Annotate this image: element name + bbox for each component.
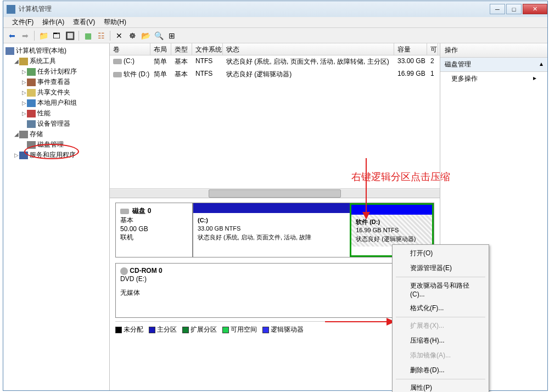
up-button[interactable]: 📁 (38, 30, 49, 41)
tree-users[interactable]: ▷本地用户和组 (21, 98, 107, 108)
tree-storage[interactable]: ◢存储 (13, 129, 107, 139)
volume-icon (113, 72, 122, 77)
toolbar: ⬅ ➡ 📁 🗔 🔲 ▦ ☷ ✕ ☸ 📂 🔍 ⊞ (3, 28, 547, 43)
tree-systools[interactable]: ◢系统工具 (13, 56, 107, 66)
cm-mirror: 添加镜像(A)... (394, 348, 488, 363)
cm-extend: 扩展卷(X)... (394, 318, 488, 333)
maximize-button[interactable]: □ (506, 4, 522, 14)
legend-free-box (222, 327, 229, 333)
table-row[interactable]: 软件 (D:) 简单 基本 NTFS 状态良好 (逻辑驱动器) 16.99 GB… (110, 68, 440, 81)
disk-0-row: 磁盘 0 基本 50.00 GB 联机 (C:) 33.00 GB NTFS 状… (115, 203, 434, 257)
menu-view[interactable]: 查看(V) (69, 16, 99, 28)
tree-panel: 计算机管理(本地) ◢系统工具 ▷任务计划程序 ▷事件查看器 ▷共享文件夹 ▷本… (3, 43, 110, 390)
svg-marker-1 (362, 212, 370, 220)
disk-graphic-area: 磁盘 0 基本 50.00 GB 联机 (C:) 33.00 GB NTFS 状… (110, 198, 440, 390)
menu-file[interactable]: 文件(F) (8, 16, 38, 28)
minimize-button[interactable]: ─ (490, 4, 505, 14)
tree-task[interactable]: ▷任务计划程序 (21, 66, 107, 77)
actions-header: 操作 (440, 43, 547, 58)
back-button[interactable]: ⬅ (7, 30, 18, 41)
close-button[interactable]: ✕ (523, 4, 547, 14)
col-volume[interactable]: 卷 (110, 43, 150, 55)
cm-explorer[interactable]: 资源管理器(E) (394, 261, 488, 276)
tree-event[interactable]: ▷事件查看器 (21, 77, 107, 87)
legend-extended-box (182, 327, 189, 333)
legend-primary-box (149, 327, 155, 333)
volume-c[interactable]: (C:) 33.00 GB NTFS 状态良好 (系统, 启动, 页面文件, 活… (193, 203, 350, 257)
cm-shrink[interactable]: 压缩卷(H)... (394, 333, 488, 348)
settings-icon[interactable]: ☸ (127, 30, 138, 41)
annotation-arrow-right (325, 316, 396, 327)
cdrom-label[interactable]: CD-ROM 0 DVD (E:) 无媒体 (116, 264, 193, 317)
context-menu: 打开(O) 资源管理器(E) 更改驱动器号和路径(C)... 格式化(F)...… (392, 244, 489, 392)
disk-0-label[interactable]: 磁盘 0 基本 50.00 GB 联机 (116, 203, 193, 257)
cm-delete[interactable]: 删除卷(D)... (394, 363, 488, 378)
col-capacity[interactable]: 容量 (394, 43, 427, 55)
main-panel: 卷 布局 类型 文件系统 状态 容量 可 (C:) 简单 基本 NTFS 状态良… (110, 43, 440, 390)
search-icon[interactable]: 🔍 (153, 30, 164, 41)
disk-icon (120, 209, 129, 214)
legend-logical-box (262, 327, 269, 333)
help-icon[interactable]: ⊞ (166, 30, 177, 41)
cdrom-icon (120, 267, 128, 275)
window-title: 计算机管理 (19, 4, 489, 14)
col-type[interactable]: 类型 (171, 43, 192, 55)
col-status[interactable]: 状态 (223, 43, 394, 55)
menubar: 文件(F) 操作(A) 查看(V) 帮助(H) (3, 17, 547, 28)
cm-change-letter[interactable]: 更改驱动器号和路径(C)... (394, 278, 488, 301)
tree-root[interactable]: 计算机管理(本地) (5, 46, 107, 56)
app-icon (7, 5, 15, 14)
actions-more[interactable]: 更多操作▸ (440, 72, 547, 86)
cm-format[interactable]: 格式化(F)... (394, 301, 488, 316)
chevron-right-icon: ▸ (533, 74, 536, 83)
table-row[interactable]: (C:) 简单 基本 NTFS 状态良好 (系统, 启动, 页面文件, 活动, … (110, 55, 440, 68)
refresh-button[interactable]: 🔲 (64, 30, 75, 41)
delete-icon[interactable]: ✕ (114, 30, 125, 41)
cm-props[interactable]: 属性(P) (394, 380, 488, 392)
legend-unalloc-box (115, 327, 122, 333)
annotation-arrow-down (361, 158, 372, 221)
col-free[interactable]: 可 (427, 43, 438, 55)
col-fs[interactable]: 文件系统 (192, 43, 223, 55)
props-button[interactable]: 🗔 (51, 30, 62, 41)
list-button[interactable]: ☷ (96, 30, 107, 41)
horizontal-scrollbar[interactable] (110, 188, 440, 198)
tree-devmgr[interactable]: 设备管理器 (21, 119, 107, 129)
folder-icon[interactable]: 📂 (140, 30, 151, 41)
view-button[interactable]: ▦ (82, 30, 93, 41)
col-layout[interactable]: 布局 (150, 43, 171, 55)
actions-section-diskmgmt[interactable]: 磁盘管理▴ (440, 58, 547, 72)
titlebar: 计算机管理 ─ □ ✕ (3, 1, 547, 17)
volume-icon (113, 59, 122, 64)
tree-perf[interactable]: ▷性能 (21, 108, 107, 119)
tree-diskmgmt[interactable]: 磁盘管理 (21, 139, 107, 150)
volume-table: 卷 布局 类型 文件系统 状态 容量 可 (C:) 简单 基本 NTFS 状态良… (110, 43, 440, 198)
cdrom-row: CD-ROM 0 DVD (E:) 无媒体 (115, 263, 434, 318)
menu-help[interactable]: 帮助(H) (99, 16, 131, 28)
tree-services[interactable]: ▷服务和应用程序 (13, 150, 107, 160)
cm-open[interactable]: 打开(O) (394, 246, 488, 261)
forward-button[interactable]: ➡ (20, 30, 31, 41)
collapse-icon: ▴ (540, 60, 543, 69)
menu-action[interactable]: 操作(A) (38, 16, 69, 28)
tree-shared[interactable]: ▷共享文件夹 (21, 87, 107, 98)
